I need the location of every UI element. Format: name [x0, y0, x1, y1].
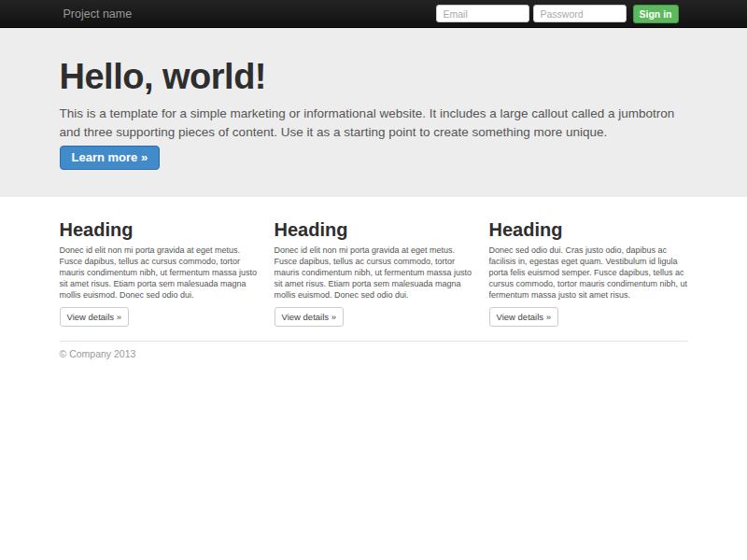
column-2-heading: Heading: [275, 219, 473, 240]
column-3: Heading Donec sed odio dui. Cras justo o…: [489, 219, 688, 327]
footer-divider: [60, 341, 688, 342]
marketing-content: Heading Donec id elit non mi porta gravi…: [60, 219, 688, 359]
sign-in-button[interactable]: Sign in: [633, 5, 679, 23]
column-2-text: Donec id elit non mi porta gravida at eg…: [275, 245, 473, 301]
view-details-button-2[interactable]: View details »: [275, 307, 344, 327]
columns-row: Heading Donec id elit non mi porta gravi…: [60, 219, 688, 327]
footer: © Company 2013: [60, 341, 688, 359]
column-1: Heading Donec id elit non mi porta gravi…: [60, 219, 259, 327]
view-details-button-1[interactable]: View details »: [60, 307, 129, 327]
brand-link[interactable]: Project name: [60, 7, 133, 21]
column-1-heading: Heading: [60, 219, 259, 240]
top-navbar: Project name Sign in: [0, 0, 747, 28]
copyright-text: © Company 2013: [60, 348, 688, 359]
column-1-text: Donec id elit non mi porta gravida at eg…: [60, 245, 259, 301]
page-title: Hello, world!: [60, 58, 688, 97]
password-field[interactable]: [533, 5, 627, 22]
email-field[interactable]: [436, 5, 529, 22]
column-3-heading: Heading: [489, 219, 688, 240]
jumbotron-description: This is a template for a simple marketin…: [60, 105, 688, 142]
column-3-text: Donec sed odio dui. Cras justo odio, dap…: [489, 245, 688, 301]
learn-more-button[interactable]: Learn more »: [60, 146, 161, 170]
signin-form: Sign in: [436, 5, 679, 23]
jumbotron: Hello, world! This is a template for a s…: [0, 28, 747, 197]
column-2: Heading Donec id elit non mi porta gravi…: [275, 219, 473, 327]
view-details-button-3[interactable]: View details »: [489, 307, 558, 327]
